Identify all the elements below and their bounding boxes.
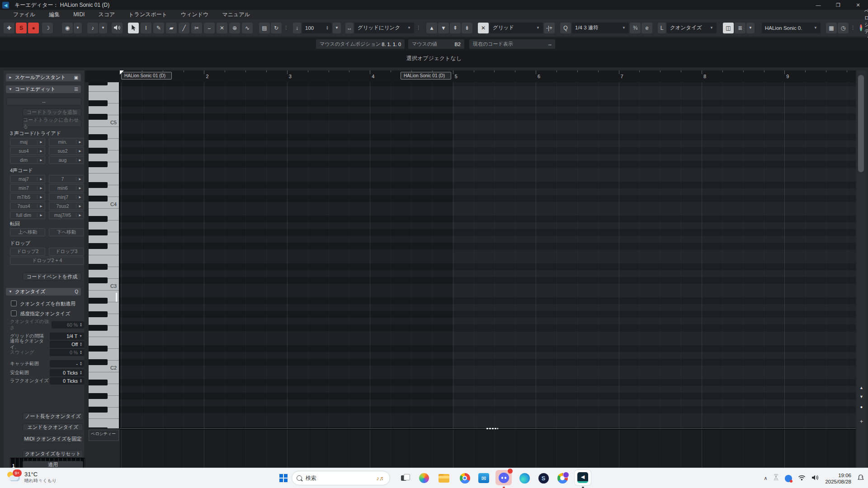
transpose-octave-up-button[interactable]: ⇞ <box>450 23 461 33</box>
object-selection-tool[interactable] <box>128 23 139 33</box>
trim-tool[interactable]: I <box>141 23 151 33</box>
project-cursor-marker[interactable] <box>120 70 124 75</box>
mute-tool[interactable]: ✕ <box>217 23 227 33</box>
section-quantize[interactable]: ▼ クオンタイズ Q <box>6 288 81 296</box>
menu-item-1[interactable]: 編集 <box>42 11 66 19</box>
black-key[interactable] <box>89 148 108 154</box>
draw-tool[interactable]: ✎ <box>153 23 164 33</box>
discord-icon[interactable] <box>495 470 512 485</box>
inversion-button-0[interactable]: 上へ移動 <box>10 228 45 236</box>
quantize-row-value[interactable]: 0 Ticks▲▼ <box>50 369 84 376</box>
black-key[interactable] <box>89 82 108 85</box>
independent-loop-icon[interactable]: ↻ <box>271 23 282 33</box>
black-key[interactable] <box>89 264 108 270</box>
black-key[interactable] <box>89 359 108 365</box>
quantize-row-value[interactable]: Off▲▼ <box>50 341 84 348</box>
quantize-row-value[interactable]: 1/4 T▼ <box>50 333 84 340</box>
minimize-button[interactable]: — <box>808 0 828 10</box>
weather-widget[interactable]: 9+ 31°C 晴れ時々くもり <box>6 470 57 484</box>
menu-item-6[interactable]: マニュアル <box>215 11 256 19</box>
create-chord-event-button[interactable]: コードイベントを作成 <box>23 272 81 281</box>
quantize-action-button-2[interactable]: MIDI クオンタイズを固定 <box>23 435 83 443</box>
show-note-expression-icon[interactable]: ◫ <box>723 23 734 33</box>
chord-player-arrow-icon[interactable]: ► <box>76 177 84 181</box>
mail-icon[interactable]: ✉ <box>477 471 491 485</box>
note-display-grid[interactable] <box>120 82 856 428</box>
section-chord-edit[interactable]: ▼ コードエディット ☰ <box>6 85 81 93</box>
black-key[interactable] <box>89 346 108 352</box>
current-chord-button[interactable]: -- <box>6 98 81 105</box>
black-key[interactable] <box>89 277 108 283</box>
drum-map-icon[interactable]: ▦ <box>826 23 837 33</box>
menu-item-2[interactable]: MIDI <box>66 11 91 18</box>
black-key[interactable] <box>89 427 108 428</box>
audition-speaker-icon[interactable] <box>112 23 123 33</box>
wifi-icon[interactable] <box>798 474 806 483</box>
iterative-quantize-icon[interactable]: ¾ <box>630 23 641 33</box>
copilot-icon[interactable] <box>417 471 431 485</box>
chrome-icon[interactable] <box>458 471 472 485</box>
chord-player-arrow-icon[interactable]: ► <box>37 195 45 199</box>
layers-dropdown[interactable]: ▼ <box>746 23 755 33</box>
snap-on-off-icon[interactable]: ✕ <box>478 23 489 33</box>
velocity-lane[interactable] <box>120 430 856 468</box>
cubase-taskbar-icon[interactable]: ◀ <box>575 470 591 485</box>
black-key[interactable] <box>89 216 108 222</box>
chord-player-arrow-icon[interactable]: ► <box>76 149 84 153</box>
hamburger-icon[interactable]: ☰ <box>74 87 78 92</box>
tetrad-button-5[interactable]: minj7► <box>49 193 84 201</box>
black-key[interactable] <box>89 196 108 202</box>
add-chord-track-button[interactable]: コードトラックを追加 <box>23 108 81 116</box>
quantize-action-button-1[interactable]: エンドをクオンタイズ <box>23 423 83 431</box>
tetrad-button-8[interactable]: full dim► <box>10 211 45 219</box>
zoom-plus-button[interactable]: + <box>857 418 866 425</box>
quantize-preset-dropdown[interactable]: 1/4 3 連符 ▼ <box>572 23 629 33</box>
zoom-tool[interactable]: ⊕ <box>229 23 240 33</box>
triad-button-1[interactable]: min.► <box>49 138 84 146</box>
clock-widget[interactable]: 19:06 2025/08/28 <box>825 472 851 485</box>
chord-player-arrow-icon[interactable]: ► <box>76 186 84 190</box>
note-length-dropdown[interactable]: グリッドにリンク ▼ <box>354 23 414 33</box>
zoom-handle-dot[interactable]: ● <box>857 405 866 409</box>
iq-checkbox[interactable] <box>11 310 17 316</box>
transpose-down-button[interactable]: ▼ <box>438 23 449 33</box>
line-tool[interactable]: ╱ <box>179 23 189 33</box>
chord-player-arrow-icon[interactable]: ► <box>76 204 84 208</box>
tetrad-button-4[interactable]: m7/b5► <box>10 193 45 201</box>
auto-scroll-icon[interactable]: ▤ <box>259 23 270 33</box>
glue-tool[interactable]: ⌣ <box>204 23 215 33</box>
chord-player-arrow-icon[interactable]: ► <box>76 140 84 144</box>
chord-player-arrow-icon[interactable]: ► <box>37 204 45 208</box>
step-input-dropdown[interactable]: ▼ <box>99 23 107 33</box>
triad-button-4[interactable]: dim► <box>10 156 45 164</box>
feedback-dropdown[interactable]: ▼ <box>74 23 82 33</box>
quantize-q-icon[interactable]: Q <box>75 289 78 294</box>
black-key[interactable] <box>89 161 108 167</box>
cellular-antenna-icon[interactable] <box>773 474 779 483</box>
length-quantize-dropdown[interactable]: クオンタイズ ▼ <box>667 23 717 33</box>
transpose-octave-down-button[interactable]: ⇟ <box>462 23 472 33</box>
triad-button-2[interactable]: sus4► <box>10 147 45 155</box>
tetrad-button-7[interactable]: 7sus2► <box>49 202 84 210</box>
triad-button-0[interactable]: maj► <box>10 138 45 146</box>
menu-item-5[interactable]: ウィンドウ <box>174 11 215 19</box>
solo-button[interactable]: S <box>16 23 27 33</box>
chord-player-arrow-icon[interactable]: ► <box>37 140 45 144</box>
menu-item-4[interactable]: トランスポート <box>122 11 174 19</box>
black-key[interactable] <box>89 100 108 106</box>
tetrad-button-1[interactable]: 7► <box>49 175 84 183</box>
chrome-profile-icon[interactable] <box>556 471 569 485</box>
snap-type-dropdown[interactable]: グリッド ▼ <box>490 23 543 33</box>
chord-player-arrow-icon[interactable]: ► <box>76 158 84 162</box>
tetrad-button-0[interactable]: maj7► <box>10 175 45 183</box>
maximize-button[interactable]: ❐ <box>828 0 848 10</box>
inversion-button-1[interactable]: 下へ移動 <box>49 228 84 236</box>
chord-player-arrow-icon[interactable]: ► <box>37 186 45 190</box>
event-layers-icon[interactable]: ≣ <box>735 23 745 33</box>
timeline-ruler[interactable]: 23456789HALion Sonic 01 (D)HALion Sonic … <box>120 70 856 83</box>
quantize-row-value[interactable]: 0 %▲▼ <box>50 349 84 356</box>
insert-velocity-dropdown[interactable]: ▼ <box>333 23 341 33</box>
quantize-q-icon[interactable]: Q <box>560 23 571 33</box>
black-key[interactable] <box>89 325 108 331</box>
tetrad-button-9[interactable]: maj7/#5► <box>49 211 84 219</box>
